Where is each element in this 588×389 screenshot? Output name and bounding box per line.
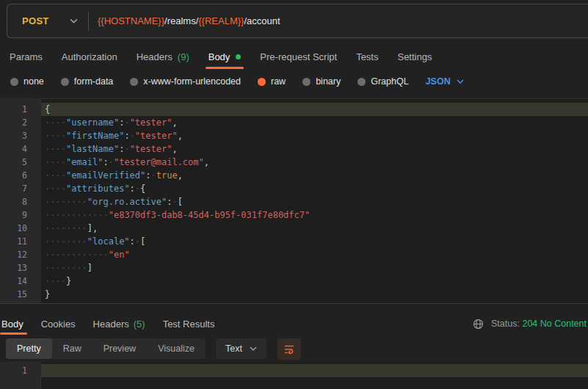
- radio-selected-icon[interactable]: [258, 78, 266, 86]
- code-line[interactable]: 2····"username":·"tester",: [0, 116, 588, 129]
- code-line[interactable]: 1{: [0, 103, 588, 116]
- tab-label: Tests: [356, 51, 378, 62]
- code-line[interactable]: 12············"en": [0, 248, 588, 261]
- format-label: Text: [225, 343, 242, 354]
- line-number: 1: [0, 103, 41, 116]
- line-number: 6: [0, 169, 41, 182]
- tab-label: Params: [10, 51, 43, 62]
- response-body-editor[interactable]: 1: [0, 362, 588, 389]
- code-line[interactable]: 13········]: [0, 261, 588, 275]
- status-value: 204 No Content: [522, 319, 587, 329]
- line-number: 8: [0, 195, 41, 208]
- url-path: /account: [244, 15, 280, 26]
- code-line[interactable]: 8········"org.ro.active":·[: [0, 195, 588, 208]
- mode-label: GraphQL: [371, 76, 408, 87]
- raw-language-dropdown[interactable]: JSON: [426, 76, 464, 87]
- tab-label: Authorization: [62, 51, 117, 62]
- code-content: ····"firstName":·"tester",: [41, 129, 588, 142]
- tab-label: Cookies: [41, 319, 76, 330]
- body-present-dot: [236, 54, 241, 59]
- mode-label: none: [23, 76, 44, 87]
- radio-icon[interactable]: [10, 78, 18, 86]
- code-line[interactable]: 11········"locale":·[: [0, 235, 588, 248]
- url-path: /realms/: [164, 15, 198, 26]
- radio-icon[interactable]: [61, 78, 69, 86]
- tab-label: Body: [208, 51, 231, 62]
- line-number: 14: [0, 275, 41, 288]
- code-line[interactable]: 1: [0, 364, 588, 377]
- tab-headers[interactable]: Headers(9): [127, 44, 199, 69]
- request-body-editor[interactable]: 1{2····"username":·"tester",3····"firstN…: [0, 98, 588, 304]
- code-line[interactable]: 14····}: [0, 275, 588, 288]
- response-view-row: Pretty Raw Preview Visualize Text: [0, 338, 588, 360]
- globe-icon[interactable]: [473, 319, 484, 330]
- request-url-bar: POST {{HOSTNAME}}/realms/{{REALM}}/accou…: [7, 4, 588, 38]
- view-visualize[interactable]: Visualize: [147, 338, 206, 359]
- mode-label: binary: [316, 76, 341, 87]
- response-tab-cookies[interactable]: Cookies: [32, 313, 84, 335]
- tab-label: Headers: [93, 319, 129, 330]
- code-content: ····}: [41, 275, 588, 288]
- code-content: ············"en": [41, 248, 588, 261]
- view-preview[interactable]: Preview: [92, 338, 147, 359]
- code-line[interactable]: 3····"firstName":·"tester",: [0, 129, 588, 142]
- line-number: 15: [0, 288, 41, 301]
- line-number: 11: [0, 235, 41, 248]
- code-content: ········"org.ro.active":·[: [41, 195, 588, 208]
- mode-form-data[interactable]: form-data: [61, 76, 114, 87]
- url-input[interactable]: {{HOSTNAME}}/realms/{{REALM}}/account: [98, 15, 280, 26]
- mode-label: raw: [271, 76, 286, 87]
- chevron-down-icon: [457, 79, 464, 84]
- format-dropdown[interactable]: Text: [216, 338, 266, 359]
- tab-pre-request-script[interactable]: Pre-request Script: [250, 44, 346, 69]
- tab-params[interactable]: Params: [0, 44, 52, 69]
- mode-x-www-form-urlencoded[interactable]: x-www-form-urlencoded: [130, 76, 241, 87]
- code-content: ····"lastName":·"tester",: [41, 142, 588, 156]
- line-number: 13: [0, 261, 41, 275]
- code-line[interactable]: 7····"attributes":·{: [0, 182, 588, 195]
- mode-none[interactable]: none: [10, 76, 44, 87]
- line-number: 10: [0, 222, 41, 235]
- code-line[interactable]: 10········],: [0, 222, 588, 235]
- response-tab-body[interactable]: Body: [0, 313, 32, 335]
- tab-label: Settings: [397, 51, 432, 62]
- code-content: ········]: [41, 261, 588, 275]
- headers-count-badge: (5): [134, 319, 145, 330]
- mode-graphql[interactable]: GraphQL: [357, 76, 408, 87]
- chevron-down-icon: [70, 18, 78, 23]
- line-number: 5: [0, 156, 41, 169]
- radio-icon[interactable]: [302, 78, 311, 86]
- radio-icon[interactable]: [130, 78, 138, 86]
- status-label: Status:: [491, 319, 520, 329]
- tab-tests[interactable]: Tests: [346, 44, 388, 69]
- response-tab-test-results[interactable]: Test Results: [154, 313, 224, 335]
- view-pretty[interactable]: Pretty: [6, 338, 52, 359]
- code-line[interactable]: 9············"e8370df3-dab8-45d4-b95f-03…: [0, 208, 588, 222]
- method-selector[interactable]: POST: [7, 15, 88, 26]
- mode-label: form-data: [74, 76, 114, 87]
- view-mode-segmented-control: Pretty Raw Preview Visualize: [6, 338, 206, 359]
- wrap-lines-button[interactable]: [277, 338, 301, 360]
- code-line[interactable]: 6····"emailVerified":·true,: [0, 169, 588, 182]
- code-line[interactable]: 5····"email":·"tester@mail.com",: [0, 156, 588, 169]
- line-number: 4: [0, 142, 41, 156]
- chevron-down-icon: [250, 346, 257, 351]
- code-content: ········],: [41, 222, 588, 235]
- code-line[interactable]: 4····"lastName":·"tester",: [0, 142, 588, 156]
- tab-settings[interactable]: Settings: [388, 44, 441, 69]
- line-number: 2: [0, 116, 41, 129]
- radio-icon[interactable]: [357, 78, 366, 86]
- code-content: [41, 364, 588, 377]
- code-content: }: [41, 288, 588, 301]
- code-line[interactable]: 15}: [0, 288, 588, 301]
- url-variable: {{HOSTNAME}}: [98, 15, 164, 26]
- response-tab-headers[interactable]: Headers(5): [84, 313, 154, 335]
- mode-binary[interactable]: binary: [302, 76, 341, 87]
- raw-language-label: JSON: [426, 76, 451, 87]
- method-label: POST: [22, 15, 49, 26]
- mode-raw[interactable]: raw: [258, 76, 286, 87]
- tab-body[interactable]: Body: [199, 44, 251, 69]
- tab-authorization[interactable]: Authorization: [52, 44, 127, 69]
- view-raw[interactable]: Raw: [52, 338, 92, 359]
- line-number: 3: [0, 129, 41, 142]
